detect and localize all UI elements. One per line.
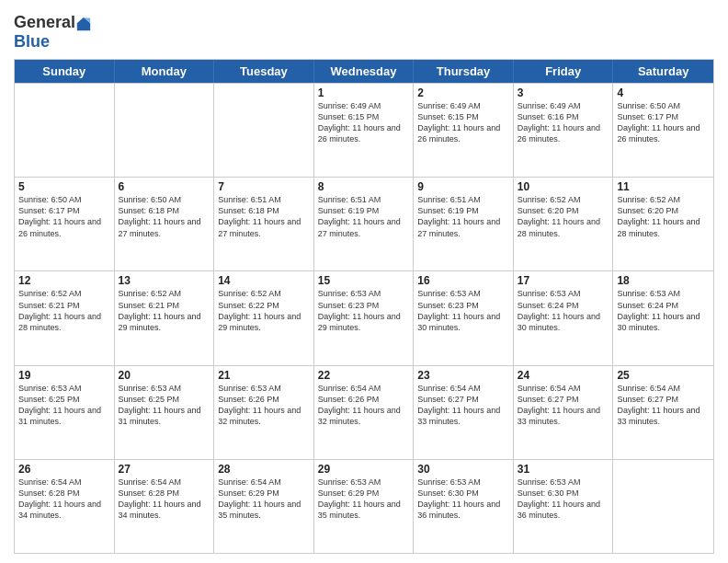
day-number: 31 [518, 463, 609, 476]
day-number: 3 [518, 86, 609, 99]
header: GeneralBlue [14, 9, 714, 52]
day-info: Sunrise: 6:51 AM Sunset: 6:18 PM Dayligh… [218, 194, 310, 239]
calendar-cell: 10Sunrise: 6:52 AM Sunset: 6:20 PM Dayli… [514, 178, 614, 270]
day-number: 26 [18, 463, 110, 476]
day-number: 4 [617, 86, 710, 99]
day-number: 14 [218, 274, 310, 287]
day-info: Sunrise: 6:53 AM Sunset: 6:25 PM Dayligh… [18, 383, 110, 428]
day-info: Sunrise: 6:54 AM Sunset: 6:27 PM Dayligh… [617, 383, 710, 428]
page: GeneralBlue SundayMondayTuesdayWednesday… [0, 0, 728, 563]
day-info: Sunrise: 6:53 AM Sunset: 6:29 PM Dayligh… [318, 477, 410, 522]
day-info: Sunrise: 6:54 AM Sunset: 6:29 PM Dayligh… [218, 477, 310, 522]
day-number: 5 [18, 180, 110, 193]
day-number: 11 [617, 180, 710, 193]
day-header-friday: Friday [514, 60, 614, 83]
calendar-row-1: 1Sunrise: 6:49 AM Sunset: 6:15 PM Daylig… [15, 83, 713, 177]
day-header-monday: Monday [115, 60, 215, 83]
day-header-saturday: Saturday [613, 60, 713, 83]
logo-general-text: General [14, 13, 75, 31]
day-info: Sunrise: 6:53 AM Sunset: 6:23 PM Dayligh… [318, 288, 410, 333]
calendar: SundayMondayTuesdayWednesdayThursdayFrid… [14, 59, 714, 554]
calendar-cell: 13Sunrise: 6:52 AM Sunset: 6:21 PM Dayli… [115, 271, 215, 364]
calendar-cell: 20Sunrise: 6:53 AM Sunset: 6:25 PM Dayli… [115, 366, 215, 459]
calendar-cell: 2Sunrise: 6:49 AM Sunset: 6:15 PM Daylig… [414, 84, 514, 177]
day-header-tuesday: Tuesday [214, 60, 314, 83]
day-info: Sunrise: 6:52 AM Sunset: 6:21 PM Dayligh… [119, 288, 210, 333]
day-number: 29 [318, 463, 410, 476]
calendar-cell: 19Sunrise: 6:53 AM Sunset: 6:25 PM Dayli… [15, 366, 115, 459]
day-number: 24 [518, 369, 609, 382]
day-info: Sunrise: 6:53 AM Sunset: 6:25 PM Dayligh… [119, 383, 210, 428]
calendar-cell: 8Sunrise: 6:51 AM Sunset: 6:19 PM Daylig… [314, 178, 415, 270]
calendar-cell: 22Sunrise: 6:54 AM Sunset: 6:26 PM Dayli… [314, 366, 415, 459]
calendar-cell: 16Sunrise: 6:53 AM Sunset: 6:23 PM Dayli… [414, 271, 514, 364]
calendar-cell: 5Sunrise: 6:50 AM Sunset: 6:17 PM Daylig… [15, 178, 115, 270]
day-number: 10 [518, 180, 609, 193]
day-number: 25 [617, 369, 710, 382]
day-info: Sunrise: 6:53 AM Sunset: 6:24 PM Dayligh… [518, 288, 609, 333]
calendar-cell: 23Sunrise: 6:54 AM Sunset: 6:27 PM Dayli… [414, 366, 514, 459]
day-info: Sunrise: 6:52 AM Sunset: 6:21 PM Dayligh… [18, 288, 110, 333]
day-number: 8 [318, 180, 410, 193]
day-info: Sunrise: 6:50 AM Sunset: 6:17 PM Dayligh… [617, 100, 710, 145]
day-number: 23 [417, 369, 509, 382]
day-number: 18 [617, 274, 710, 287]
day-number: 15 [318, 274, 410, 287]
day-number: 20 [119, 369, 210, 382]
calendar-row-5: 26Sunrise: 6:54 AM Sunset: 6:28 PM Dayli… [15, 459, 713, 553]
day-header-sunday: Sunday [15, 60, 115, 83]
calendar-cell [214, 84, 314, 177]
day-number: 21 [218, 369, 310, 382]
day-info: Sunrise: 6:49 AM Sunset: 6:16 PM Dayligh… [518, 100, 609, 145]
calendar-cell: 25Sunrise: 6:54 AM Sunset: 6:27 PM Dayli… [613, 366, 713, 459]
calendar-cell: 21Sunrise: 6:53 AM Sunset: 6:26 PM Dayli… [214, 366, 314, 459]
day-info: Sunrise: 6:54 AM Sunset: 6:26 PM Dayligh… [318, 383, 410, 428]
day-number: 17 [518, 274, 609, 287]
day-info: Sunrise: 6:53 AM Sunset: 6:23 PM Dayligh… [417, 288, 509, 333]
calendar-cell: 4Sunrise: 6:50 AM Sunset: 6:17 PM Daylig… [613, 84, 713, 177]
day-info: Sunrise: 6:50 AM Sunset: 6:17 PM Dayligh… [18, 194, 110, 239]
calendar-cell: 27Sunrise: 6:54 AM Sunset: 6:28 PM Dayli… [115, 460, 215, 553]
calendar-row-4: 19Sunrise: 6:53 AM Sunset: 6:25 PM Dayli… [15, 365, 713, 459]
day-number: 2 [417, 86, 509, 99]
calendar-cell: 12Sunrise: 6:52 AM Sunset: 6:21 PM Dayli… [15, 271, 115, 364]
calendar-cell: 29Sunrise: 6:53 AM Sunset: 6:29 PM Dayli… [314, 460, 415, 553]
calendar-cell: 24Sunrise: 6:54 AM Sunset: 6:27 PM Dayli… [514, 366, 614, 459]
logo-blue-text: Blue [14, 32, 50, 51]
calendar-cell: 6Sunrise: 6:50 AM Sunset: 6:18 PM Daylig… [115, 178, 215, 270]
calendar-cell: 18Sunrise: 6:53 AM Sunset: 6:24 PM Dayli… [613, 271, 713, 364]
day-header-wednesday: Wednesday [314, 60, 415, 83]
calendar-cell: 1Sunrise: 6:49 AM Sunset: 6:15 PM Daylig… [314, 84, 415, 177]
day-info: Sunrise: 6:51 AM Sunset: 6:19 PM Dayligh… [318, 194, 410, 239]
day-info: Sunrise: 6:54 AM Sunset: 6:28 PM Dayligh… [18, 477, 110, 522]
calendar-cell [115, 84, 215, 177]
calendar-cell: 15Sunrise: 6:53 AM Sunset: 6:23 PM Dayli… [314, 271, 415, 364]
calendar-cell: 7Sunrise: 6:51 AM Sunset: 6:18 PM Daylig… [214, 178, 314, 270]
day-number: 13 [119, 274, 210, 287]
day-info: Sunrise: 6:52 AM Sunset: 6:20 PM Dayligh… [518, 194, 609, 239]
day-info: Sunrise: 6:53 AM Sunset: 6:30 PM Dayligh… [417, 477, 509, 522]
calendar-body: 1Sunrise: 6:49 AM Sunset: 6:15 PM Daylig… [15, 83, 713, 553]
calendar-cell: 3Sunrise: 6:49 AM Sunset: 6:16 PM Daylig… [514, 84, 614, 177]
day-number: 22 [318, 369, 410, 382]
calendar-cell [613, 460, 713, 553]
day-number: 28 [218, 463, 310, 476]
calendar-cell [15, 84, 115, 177]
calendar-cell: 31Sunrise: 6:53 AM Sunset: 6:30 PM Dayli… [514, 460, 614, 553]
day-number: 6 [119, 180, 210, 193]
calendar-cell: 17Sunrise: 6:53 AM Sunset: 6:24 PM Dayli… [514, 271, 614, 364]
calendar-cell: 28Sunrise: 6:54 AM Sunset: 6:29 PM Dayli… [214, 460, 314, 553]
day-number: 19 [18, 369, 110, 382]
logo-icon [76, 17, 91, 31]
day-number: 12 [18, 274, 110, 287]
day-info: Sunrise: 6:54 AM Sunset: 6:27 PM Dayligh… [518, 383, 609, 428]
day-info: Sunrise: 6:49 AM Sunset: 6:15 PM Dayligh… [417, 100, 509, 145]
calendar-row-3: 12Sunrise: 6:52 AM Sunset: 6:21 PM Dayli… [15, 270, 713, 364]
calendar-cell: 11Sunrise: 6:52 AM Sunset: 6:20 PM Dayli… [613, 178, 713, 270]
calendar-cell: 14Sunrise: 6:52 AM Sunset: 6:22 PM Dayli… [214, 271, 314, 364]
day-header-thursday: Thursday [414, 60, 514, 83]
day-info: Sunrise: 6:51 AM Sunset: 6:19 PM Dayligh… [417, 194, 509, 239]
day-number: 27 [119, 463, 210, 476]
day-info: Sunrise: 6:53 AM Sunset: 6:24 PM Dayligh… [617, 288, 710, 333]
calendar-cell: 9Sunrise: 6:51 AM Sunset: 6:19 PM Daylig… [414, 178, 514, 270]
